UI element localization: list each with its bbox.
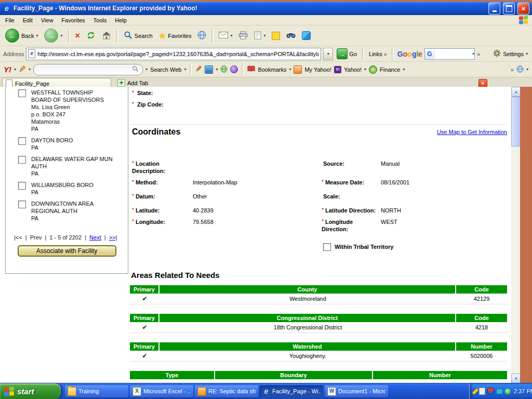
home-icon	[102, 31, 111, 41]
address-dropdown-button[interactable]: ▾	[323, 48, 333, 60]
maximize-button[interactable]	[503, 3, 515, 15]
edit-dropdown-icon[interactable]: ▾	[263, 33, 265, 38]
vertical-scrollbar[interactable]: ▲ ▼	[511, 87, 520, 383]
favorites-button[interactable]: ★ Favorites	[156, 26, 194, 45]
menu-help[interactable]: Help	[111, 16, 131, 24]
apps-window-icon[interactable]	[205, 65, 213, 74]
address-input[interactable]: e http://esesvr-ct.lm-ese.epa.gov/portal…	[26, 48, 321, 60]
stop-button[interactable]: ×	[73, 26, 83, 45]
task-button-facility-page[interactable]: e Facility_Page - Wi...	[260, 385, 323, 397]
pagination-first[interactable]: |<<	[14, 234, 22, 241]
search-button[interactable]: Search	[121, 26, 155, 45]
rewards-circle-icon[interactable]	[230, 65, 238, 73]
google-search-input[interactable]: G ▾	[424, 48, 475, 60]
yahoo-search-input[interactable]	[33, 64, 143, 75]
menu-tools[interactable]: Tools	[89, 16, 111, 24]
task-button-excel[interactable]: X Microsoft Excel - ...	[130, 385, 193, 397]
forward-button[interactable]: → ▾	[42, 26, 65, 45]
search-web-button[interactable]: Search Web	[150, 66, 181, 73]
print-button[interactable]	[236, 26, 250, 45]
back-label: Back	[21, 33, 34, 39]
task-button-word[interactable]: W Document1 - Micro...	[325, 385, 388, 397]
edit-button[interactable]: ▾	[251, 26, 268, 45]
task-buttons: Training X Microsoft Excel - ... RE: Sep…	[61, 383, 469, 399]
history-button[interactable]	[195, 26, 209, 45]
notes-button[interactable]	[269, 26, 283, 45]
menu-view[interactable]: View	[37, 16, 58, 24]
field-label: Scale:	[323, 193, 340, 200]
research-button[interactable]	[284, 26, 298, 45]
back-button[interactable]: ← Back ▾	[3, 26, 41, 45]
mail-dropdown-icon[interactable]: ▾	[230, 33, 232, 38]
task-button-outlook[interactable]: RE: Septic data sh...	[195, 385, 258, 397]
note-icon	[272, 32, 280, 40]
tray-status-icon[interactable]	[505, 389, 511, 394]
org-checkbox[interactable]	[18, 201, 26, 208]
back-dropdown-icon[interactable]: ▾	[36, 33, 38, 38]
boundary-table: Type Boundary Number	[130, 371, 507, 379]
refresh-button[interactable]	[84, 26, 98, 45]
my-yahoo-button[interactable]: My Yahoo!	[304, 66, 331, 73]
field-label: Latitude:	[136, 207, 159, 214]
column-header: Congressional District	[159, 314, 455, 322]
start-button[interactable]: start	[0, 383, 61, 399]
org-checkbox[interactable]	[18, 156, 26, 164]
pencil-icon[interactable]	[19, 65, 26, 74]
pagination-last[interactable]: >>|	[109, 234, 117, 241]
add-tab-label: Add Tab	[127, 80, 148, 86]
forward-dropdown-icon[interactable]: ▾	[60, 33, 62, 38]
yahoo-logo[interactable]: Y!	[4, 65, 11, 74]
address-url[interactable]: http://esesvr-ct.lm-ese.epa.gov/portal/p…	[37, 51, 319, 57]
tray-document-icon[interactable]	[479, 388, 485, 395]
tray-pencil-icon[interactable]	[472, 388, 478, 394]
bookmarks-button[interactable]: Bookmarks	[258, 66, 286, 73]
settings-button[interactable]: Settings ▾	[493, 49, 529, 58]
links-button[interactable]: Links »	[368, 51, 388, 57]
yahoo-logo-dropdown-icon[interactable]: ▾	[14, 67, 16, 72]
yahoo-home-button[interactable]: Yahoo!	[344, 66, 362, 73]
pencil-dropdown-icon[interactable]: ▾	[29, 67, 31, 72]
overflow-chevron-icon[interactable]: »	[477, 51, 480, 57]
field-label: Datum:	[136, 193, 155, 200]
go-button[interactable]: → Go	[335, 48, 358, 59]
web-globe-icon[interactable]	[220, 65, 228, 74]
menu-favorites[interactable]: Favorites	[57, 16, 89, 24]
close-window-button[interactable]: ×	[517, 3, 529, 15]
bookmarks-dropdown-icon[interactable]: ▾	[289, 67, 291, 72]
pagination-prev[interactable]: Prev	[30, 234, 42, 241]
toolbar-separator	[392, 47, 394, 61]
home-button[interactable]	[99, 26, 114, 45]
yahoo-search-dropdown-icon[interactable]: ▾	[145, 67, 148, 72]
tribal-checkbox[interactable]	[323, 243, 331, 251]
finance-button[interactable]: Finance	[380, 66, 400, 73]
status-globe-icon[interactable]	[516, 65, 524, 74]
org-checkbox[interactable]	[18, 89, 26, 97]
org-checkbox[interactable]	[18, 137, 26, 145]
ie-logo-icon: e	[3, 4, 11, 12]
menu-edit[interactable]: Edit	[19, 16, 37, 24]
field-value: Other	[193, 193, 322, 200]
compose-pencil-icon[interactable]	[195, 65, 202, 73]
search-web-dropdown-icon[interactable]: ▾	[184, 67, 186, 72]
associate-with-facility-button[interactable]: Associate with Facility	[18, 245, 116, 257]
yahoo-overflow-chevron-icon[interactable]: »	[511, 66, 514, 73]
status-dropdown-icon[interactable]: ▾	[526, 67, 528, 72]
form-row: *Latitude: 40.2839 *Latitude Direction: …	[132, 207, 507, 214]
yahoo-home-dropdown-icon[interactable]: ▾	[364, 67, 366, 72]
messenger-button[interactable]	[299, 26, 313, 45]
google-dropdown-icon[interactable]: ▾	[472, 51, 474, 56]
pagination-next[interactable]: Next	[89, 234, 101, 241]
areas-title: Areas Related To Needs	[131, 271, 220, 280]
menu-file[interactable]: File	[1, 16, 19, 24]
title-bar[interactable]: e Facility_Page - Windows Internet Explo…	[0, 2, 532, 15]
tray-network-icon[interactable]	[496, 389, 503, 394]
apps-dropdown-icon[interactable]: ▾	[216, 67, 218, 72]
mail-button[interactable]: ▾	[216, 26, 235, 45]
scroll-down-icon: ▼	[514, 377, 518, 380]
finance-dropdown-icon[interactable]: ▾	[403, 67, 405, 72]
org-checkbox[interactable]	[18, 182, 26, 190]
tray-shield-icon[interactable]	[487, 388, 494, 395]
task-button-training[interactable]: Training	[65, 385, 128, 397]
use-map-link[interactable]: Use Map to Get Information	[437, 129, 507, 135]
minimize-button[interactable]	[488, 3, 500, 15]
